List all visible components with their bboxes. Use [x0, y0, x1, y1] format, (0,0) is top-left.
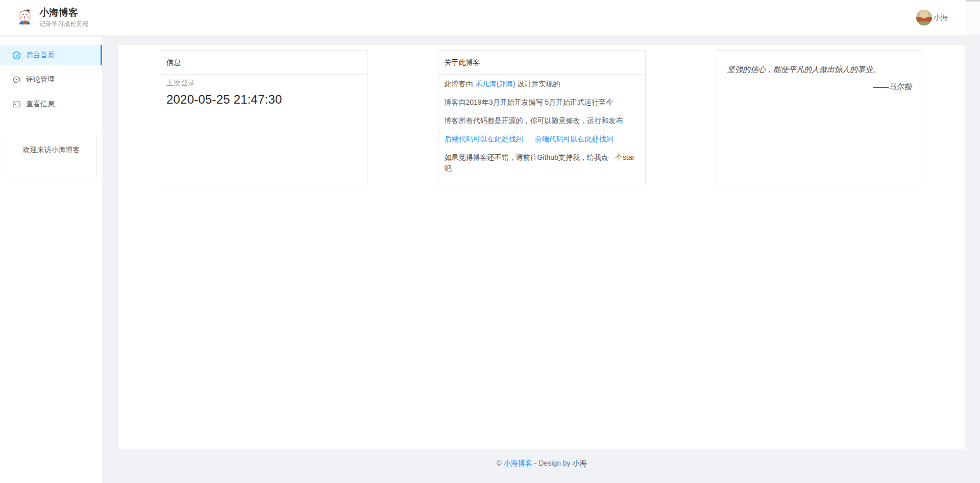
site-subtitle: 记录学习成长历程 — [39, 20, 88, 29]
sidebar-item-dashboard[interactable]: 后台首页 — [0, 45, 102, 65]
quote-card: 坚强的信心，能使平凡的人做出惊人的事业。 ——马尔顿 — [716, 50, 923, 185]
sidebar-item-info[interactable]: 查看信息 — [0, 94, 102, 114]
last-login-label: 上次登录 — [166, 79, 361, 88]
about-line-author: 此博客由 禾几海(郑海) 设计并实现的 — [445, 78, 639, 89]
sidebar-item-label: 评论管理 — [26, 75, 55, 84]
about-line-code-links: 后端代码可以在此处找到前端代码可以在此处找到 — [445, 133, 639, 144]
dashboard-icon — [12, 51, 21, 60]
about-line1-suffix: 设计并实现的 — [516, 80, 560, 88]
user-name: 小海 — [934, 13, 948, 22]
idcard-icon — [12, 100, 21, 109]
sidebar-item-comments[interactable]: 评论管理 — [0, 69, 102, 90]
copyright-symbol: © — [497, 459, 504, 467]
app-header: 小海博客 记录学习成长历程 小海 — [0, 0, 980, 36]
blog-logo-icon — [15, 8, 34, 27]
main-content: 信息 上次登录 2020-05-25 21:47:30 关于此博客 此博客由 禾… — [118, 45, 965, 449]
quote-text: 坚强的信心，能使平凡的人做出惊人的事业。 — [727, 64, 912, 75]
welcome-text: 欢迎来访小海博客 — [23, 146, 80, 154]
page-footer: © 小海博客 - Design by 小海 — [118, 459, 965, 468]
footer-middle-text: - Design by — [532, 459, 573, 467]
last-login-value: 2020-05-25 21:47:30 — [166, 92, 361, 107]
sidebar-item-label: 后台首页 — [26, 51, 55, 60]
about-card: 关于此博客 此博客由 禾几海(郑海) 设计并实现的 博客自2019年3月开始开发… — [438, 50, 646, 185]
author-link[interactable]: 禾几海(郑海) — [475, 80, 515, 88]
backend-code-link[interactable]: 后端代码可以在此处找到 — [445, 135, 523, 143]
sidebar-item-label: 查看信息 — [26, 100, 55, 109]
sidebar: 后台首页 评论管理 查看信息 欢迎来访小海博客 — [0, 37, 102, 483]
about-line-opensource: 博客所有代码都是开源的，你可以随意修改，运行和发布 — [445, 115, 639, 126]
footer-site-link[interactable]: 小海博客 — [504, 459, 532, 467]
about-line-star: 如果觉得博客还不错，请前往Github支持我，给我点一个star吧 — [445, 152, 639, 174]
frontend-code-link[interactable]: 前端代码可以在此处找到 — [535, 135, 614, 143]
scrollbar-thumb[interactable] — [966, 0, 980, 2]
site-title: 小海博客 — [39, 7, 88, 18]
about-line-history: 博客自2019年3月开始开发编写 5月开始正式运行至今 — [445, 96, 639, 108]
quote-author: ——马尔顿 — [727, 81, 912, 92]
scrollbar-track[interactable] — [966, 0, 980, 35]
user-menu[interactable]: 小海 — [916, 10, 948, 26]
welcome-box: 欢迎来访小海博客 — [6, 134, 97, 177]
comment-icon — [12, 76, 21, 84]
logo[interactable]: 小海博客 记录学习成长历程 — [15, 7, 88, 29]
info-card-title: 信息 — [160, 51, 367, 75]
vertical-divider — [529, 136, 529, 143]
user-avatar[interactable] — [916, 10, 932, 26]
about-line1-prefix: 此博客由 — [445, 80, 475, 88]
about-card-title: 关于此博客 — [438, 51, 645, 75]
info-card: 信息 上次登录 2020-05-25 21:47:30 — [160, 50, 368, 185]
footer-designer-name: 小海 — [572, 459, 586, 467]
